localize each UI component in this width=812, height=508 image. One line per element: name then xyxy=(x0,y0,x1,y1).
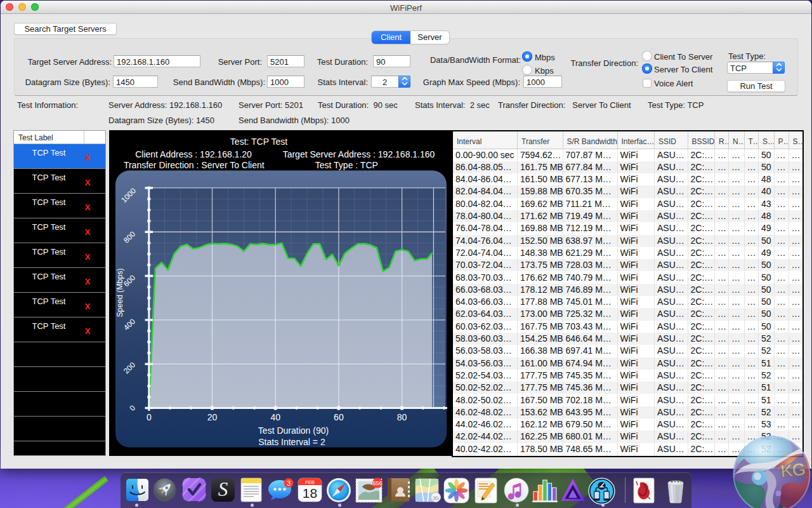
svg-text:Test: TCP Test: Test: TCP Test xyxy=(230,137,287,147)
svg-text:80: 80 xyxy=(397,412,407,422)
svg-text:18: 18 xyxy=(303,486,317,500)
svg-text:60: 60 xyxy=(334,412,344,422)
svg-text:Target Server Address : 192.16: Target Server Address : 192.168.1.160 xyxy=(283,149,435,159)
svg-text:Transfer Direction : Server To: Transfer Direction : Server To Client xyxy=(124,160,265,170)
svg-text:20: 20 xyxy=(207,412,218,422)
svg-text:FEB: FEB xyxy=(305,479,315,485)
svg-text:Speed (Mbps): Speed (Mbps) xyxy=(115,268,124,317)
svg-text:40: 40 xyxy=(270,412,280,422)
svg-text:Test Type : TCP: Test Type : TCP xyxy=(315,160,378,170)
svg-text:0: 0 xyxy=(147,412,152,422)
svg-text:Test Duration (90): Test Duration (90) xyxy=(258,425,329,436)
svg-text:656: 656 xyxy=(372,480,382,486)
svg-text:Client Address : 192.168.1.20: Client Address : 192.168.1.20 xyxy=(135,149,252,159)
svg-text:3: 3 xyxy=(287,479,291,487)
svg-text:Stats Interval = 2: Stats Interval = 2 xyxy=(258,437,325,447)
svg-text:KG: KG xyxy=(780,459,806,481)
svg-text:3D: 3D xyxy=(433,495,439,501)
